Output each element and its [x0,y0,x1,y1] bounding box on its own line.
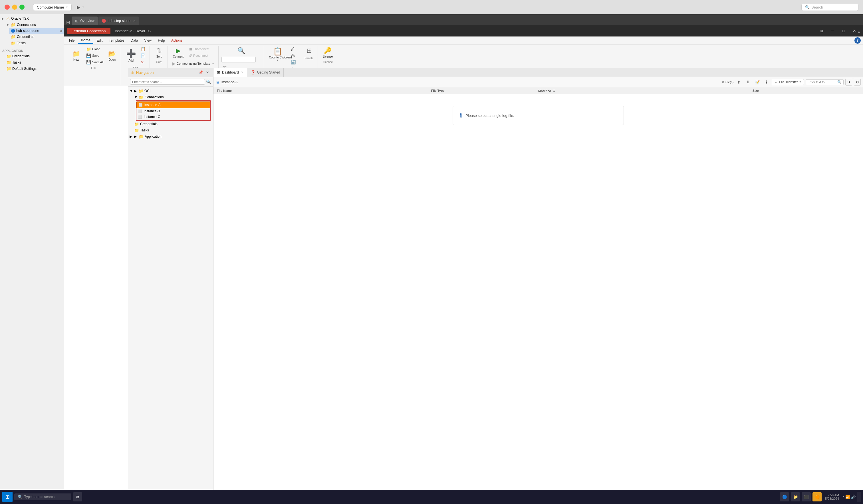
nav-search-input[interactable] [130,79,205,85]
menu-templates[interactable]: Templates [106,37,127,43]
open-button[interactable]: 📂 Open [106,46,118,65]
sidebar-item-tasks[interactable]: 📁 Tasks [9,40,64,46]
taskbar-tray-expand[interactable]: ∧ [842,495,845,499]
sort-button[interactable]: ⇅ Sort [153,46,165,59]
menu-view[interactable]: View [141,37,154,43]
taskbar-search-box[interactable]: 🔍 Type here to search [14,493,71,500]
mac-minimize-button[interactable] [12,4,17,10]
file-transfer-dropdown[interactable]: ↔ File Transfer ▼ [772,79,804,85]
nav-search-icon[interactable]: 🔍 [206,79,211,84]
copy-icon: 📋 [141,47,146,51]
file-search-input[interactable] [808,80,836,84]
grid-icon[interactable]: ⊞ [66,20,70,25]
menu-file[interactable]: File [66,37,77,43]
sidebar-item-default-settings[interactable]: 📁 Default Settings [4,66,64,72]
add-label: Add [128,59,134,62]
nav-pin-btn[interactable]: 📌 [198,69,203,75]
nav-tree-tasks[interactable]: 📁 Tasks [133,127,213,133]
clipboard-btn-3[interactable]: 🔄 [289,59,297,65]
nav-tree-instance-a[interactable]: ⬜ instance-A [136,102,210,108]
mac-window-controls [4,4,25,10]
panels-button[interactable]: ⊞ [303,46,315,55]
nav-tree-instance-c[interactable]: ⬜ instance-C [136,114,210,120]
add-button[interactable]: ➕ Add [124,46,138,65]
navigation-panel: ⚠ Navigation 📌 ✕ 🔍 ▼ ▶ 📁 OCI ▼ 📁 Con [128,68,213,490]
sidebar-item-hub-step-stone[interactable]: 🔵 hub-step-stone ◀ [9,28,64,34]
edit-copy-btn[interactable]: 📋 [139,46,147,52]
taskbar-volume-icon[interactable]: 🔊 [851,495,855,499]
sidebar-item-app-credentials[interactable]: 📁 Credentials [4,53,64,59]
tab-overview[interactable]: ⊞ Overview [72,16,98,25]
clipboard-btn-2[interactable]: 🖷 [289,52,297,59]
disconnect-button[interactable]: ⏹ Disconnect [187,46,211,52]
sidebar-item-connections[interactable]: ▼ 📁 Connections [4,22,64,28]
save-button[interactable]: 💾 Save [85,52,105,59]
content-tab-getting-started[interactable]: ❓ Getting Started [247,68,284,77]
help-icon[interactable]: ? [854,37,861,43]
nav-tree-application[interactable]: ▶ ▶ 📁 Application [128,133,213,140]
nav-tree-oci[interactable]: ▼ ▶ 📁 OCI [128,88,213,94]
adhoc-search-input[interactable] [222,57,256,62]
taskbar-app-btn[interactable]: 🟠 [812,492,822,502]
file-gear-btn[interactable]: ⚙ [854,79,861,86]
menu-data[interactable]: Data [128,37,141,43]
file-refresh-btn[interactable]: ↺ [845,79,852,86]
menu-help[interactable]: Help [155,37,168,43]
taskbar-terminal-btn[interactable]: ⬛ [802,492,811,502]
play-button[interactable]: ▶ [77,4,80,10]
dashboard-tab-close[interactable]: ✕ [241,71,243,74]
oracle-tsx-label: Oracle TSX [11,16,29,21]
edit-paste-btn[interactable]: 📄 [139,52,147,59]
taskbar-network-icon[interactable]: 📶 [845,495,850,499]
upload-btn[interactable]: ⬆ [735,78,742,86]
mac-search-bar[interactable]: 🔍 Search [801,4,859,11]
nav-close-btn[interactable]: ✕ [205,69,210,75]
connect-template-button[interactable]: ▶ Connect using Template ▼ [171,61,216,67]
taskbar-browser-btn[interactable]: 🔵 [780,492,789,502]
file-info-btn[interactable]: ℹ [763,78,770,86]
taskbar-search-icon: 🔍 [18,495,23,499]
adhoc-search-btn[interactable]: 🔍 [222,46,261,55]
sort-label: Sort [157,55,162,58]
windows-taskbar: ⊞ 🔍 Type here to search ⧉ 🔵 📁 ⬛ 🟠 7:59 A… [0,490,863,504]
reconnect-button[interactable]: ↺ Reconnect [187,52,211,59]
mac-close-button[interactable] [4,4,10,10]
file-table-header: File Name File Type Modified ≡ Size [213,87,863,94]
hub-tab-label: hub-step-stone [108,19,130,23]
menu-actions[interactable]: Actions [168,37,185,43]
file-edit-btn[interactable]: 📝 [753,78,761,86]
mac-maximize-button[interactable] [20,4,25,10]
taskbar-widgets-btn[interactable]: ⧉ [73,492,82,502]
instance-a-label: instance-A [145,103,161,107]
new-button[interactable]: 📁 New [68,46,84,65]
hub-tab-close[interactable]: ✕ [133,20,136,23]
taskbar-explorer-btn[interactable]: 📁 [791,492,800,502]
computer-name-selector[interactable]: Computer Name ▼ [33,4,72,11]
win-minimize-btn[interactable]: ─ [828,26,838,35]
download-btn[interactable]: ⬇ [744,78,752,86]
save-all-button[interactable]: 💾 Save All [85,59,105,65]
sidebar-item-oracle-tsx[interactable]: ▶ ⚠ Oracle TSX [0,15,64,22]
win-start-button[interactable]: ⊞ [2,492,13,502]
nav-tree-connections[interactable]: ▼ 📁 Connections [133,94,213,100]
license-button[interactable]: 🔑 License [321,46,335,59]
connect-button[interactable]: ▶ Connect [171,46,186,59]
copy-clipboard-button[interactable]: 📋 Copy to Clipboard ▼ [267,46,288,63]
nav-tree-credentials[interactable]: 📁 Credentials [133,121,213,127]
close-button[interactable]: 📁 Close [85,46,105,52]
menu-edit[interactable]: Edit [94,37,105,43]
sidebar-item-credentials[interactable]: 📁 Credentials [9,34,64,40]
sidebar-item-app-tasks[interactable]: 📁 Tasks [4,59,64,66]
win-maximize-btn[interactable]: □ [838,26,849,35]
nav-tree-instance-b[interactable]: ⬜ instance-B [136,108,210,114]
tab-hub-step-stone[interactable]: hub-step-stone ✕ [99,16,139,25]
clipboard-btn-1[interactable]: 🖊 [289,46,297,52]
menu-home[interactable]: Home [78,37,93,44]
actions-top-row: ▶ Connect ⏹ Disconnect ↺ Reconnect [171,46,216,59]
taskbar-show-desktop-btn[interactable] [857,492,861,502]
content-tab-dashboard[interactable]: ⊞ Dashboard ✕ [213,68,247,77]
ribbon-collapse-btn[interactable]: ▲ [857,30,861,34]
win-restore-btn[interactable]: ⧉ [817,26,827,35]
filter-icon[interactable]: ≡ [553,88,555,93]
edit-delete-btn[interactable]: ✕ [139,59,147,65]
